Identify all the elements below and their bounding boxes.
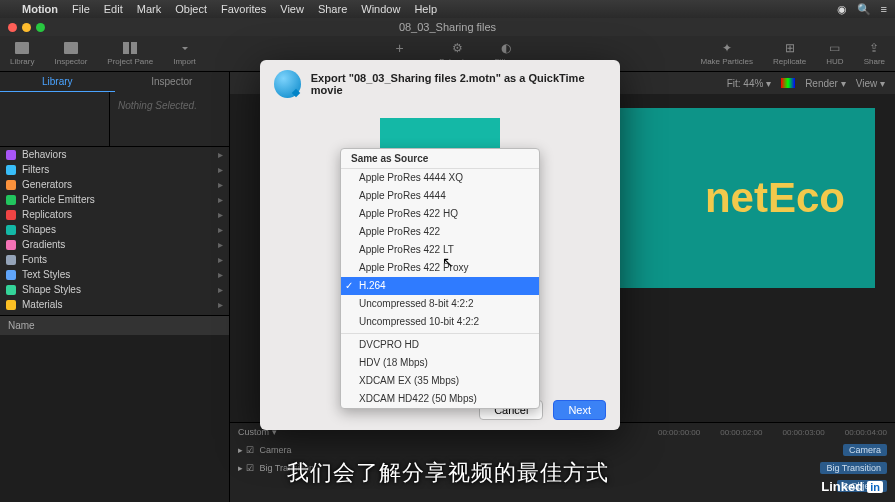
window-title: 08_03_Sharing files	[399, 21, 496, 33]
svg-rect-3	[131, 42, 137, 54]
window-titlebar: 08_03_Sharing files	[0, 18, 895, 36]
category-generators[interactable]: Generators▸	[0, 177, 229, 192]
linkedin-watermark: Linkedin	[821, 479, 883, 494]
status-icon[interactable]: ◉	[837, 3, 847, 16]
nothing-selected-label: Nothing Selected.	[110, 92, 205, 146]
layer-camera[interactable]: Camera	[260, 445, 292, 455]
menu-share[interactable]: Share	[318, 3, 347, 15]
category-particle-emitters[interactable]: Particle Emitters▸	[0, 192, 229, 207]
codec-option[interactable]: Apple ProRes 422 HQ	[341, 205, 539, 223]
category-shapes[interactable]: Shapes▸	[0, 222, 229, 237]
import-button[interactable]: Import	[173, 41, 196, 66]
subtitle-caption: 我们会了解分享视频的最佳方式	[0, 458, 895, 488]
replicate-button[interactable]: ⊞Replicate	[773, 41, 806, 66]
timecode-0: 00:00:00:00	[658, 428, 700, 437]
macos-menubar: Motion File Edit Mark Object Favorites V…	[0, 0, 895, 18]
menu-window[interactable]: Window	[361, 3, 400, 15]
project-pane-button[interactable]: Project Pane	[107, 41, 153, 66]
category-shape-styles[interactable]: Shape Styles▸	[0, 282, 229, 297]
category-text-styles[interactable]: Text Styles▸	[0, 267, 229, 282]
codec-option[interactable]: Uncompressed 10-bit 4:2:2	[341, 313, 539, 331]
menu-view[interactable]: View	[280, 3, 304, 15]
dialog-title: Export "08_03_Sharing files 2.motn" as a…	[311, 72, 606, 96]
quicktime-icon	[274, 70, 301, 98]
next-button[interactable]: Next	[553, 400, 606, 420]
color-swatch[interactable]	[781, 78, 795, 88]
library-toolbar-button[interactable]: Library	[10, 41, 34, 66]
codec-option[interactable]: DVCPRO HD	[341, 336, 539, 354]
zoom-icon[interactable]	[36, 23, 45, 32]
tab-library[interactable]: Library	[0, 72, 115, 92]
codec-option[interactable]: Uncompressed 8-bit 4:2:2	[341, 295, 539, 313]
svg-rect-0	[15, 42, 29, 54]
tab-inspector[interactable]: Inspector	[115, 72, 230, 92]
app-name[interactable]: Motion	[22, 3, 58, 15]
name-column-header: Name	[0, 315, 229, 335]
mouse-cursor-icon: ↖	[442, 254, 454, 270]
svg-rect-1	[64, 42, 78, 54]
category-gradients[interactable]: Gradients▸	[0, 237, 229, 252]
fit-dropdown[interactable]: Fit: 44% ▾	[727, 78, 771, 89]
timecode-2: 00:00:03:00	[782, 428, 824, 437]
menu-mark[interactable]: Mark	[137, 3, 161, 15]
hud-button[interactable]: ▭HUD	[826, 41, 843, 66]
codec-option[interactable]: Apple ProRes 422	[341, 223, 539, 241]
search-icon[interactable]: 🔍	[857, 3, 871, 16]
timecode-3: 00:00:04:00	[845, 428, 887, 437]
menu-object[interactable]: Object	[175, 3, 207, 15]
category-replicators[interactable]: Replicators▸	[0, 207, 229, 222]
codec-option-selected[interactable]: H.264	[341, 277, 539, 295]
menu-edit[interactable]: Edit	[104, 3, 123, 15]
menu-file[interactable]: File	[72, 3, 90, 15]
dropdown-header[interactable]: Same as Source	[341, 149, 539, 169]
category-materials[interactable]: Materials▸	[0, 297, 229, 312]
codec-option[interactable]: Apple ProRes 4444 XQ	[341, 169, 539, 187]
svg-rect-2	[123, 42, 129, 54]
codec-option[interactable]: Apple ProRes 4444	[341, 187, 539, 205]
menu-help[interactable]: Help	[414, 3, 437, 15]
codec-option[interactable]: XDCAM EX (35 Mbps)	[341, 372, 539, 390]
minimize-icon[interactable]	[22, 23, 31, 32]
window-controls[interactable]	[8, 23, 45, 32]
timecode-1: 00:00:02:00	[720, 428, 762, 437]
category-filters[interactable]: Filters▸	[0, 162, 229, 177]
inspector-toolbar-button[interactable]: Inspector	[54, 41, 87, 66]
category-list: Behaviors▸Filters▸Generators▸Particle Em…	[0, 147, 229, 315]
codec-option[interactable]: HDV (18 Mbps)	[341, 354, 539, 372]
share-button[interactable]: ⇪Share	[864, 41, 885, 66]
category-fonts[interactable]: Fonts▸	[0, 252, 229, 267]
codec-option[interactable]: XDCAM HD422 (50 Mbps)	[341, 390, 539, 408]
menu-favorites[interactable]: Favorites	[221, 3, 266, 15]
canvas-logo-text: netEco	[705, 174, 845, 222]
menu-extras-icon[interactable]: ≡	[881, 3, 887, 16]
view-dropdown[interactable]: View ▾	[856, 78, 885, 89]
codec-option[interactable]: Apple ProRes 422 Proxy	[341, 259, 539, 277]
make-particles-button[interactable]: ✦Make Particles	[700, 41, 752, 66]
codec-option[interactable]: Apple ProRes 422 LT	[341, 241, 539, 259]
codec-dropdown[interactable]: Same as Source Apple ProRes 4444 XQApple…	[340, 148, 540, 409]
category-behaviors[interactable]: Behaviors▸	[0, 147, 229, 162]
left-panel: Library Inspector Nothing Selected. Beha…	[0, 72, 230, 502]
close-icon[interactable]	[8, 23, 17, 32]
linkedin-in-icon: in	[867, 481, 883, 493]
render-dropdown[interactable]: Render ▾	[805, 78, 846, 89]
